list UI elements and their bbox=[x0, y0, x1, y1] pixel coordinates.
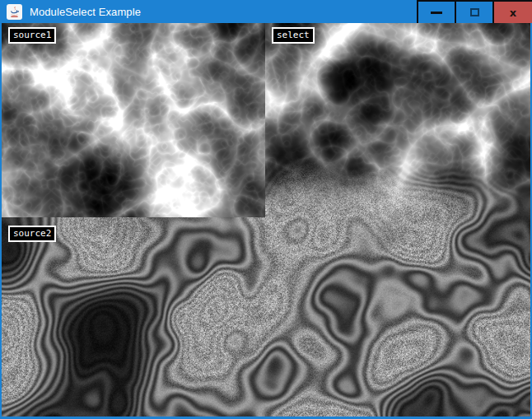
close-icon: x bbox=[510, 7, 516, 18]
minimize-button[interactable] bbox=[418, 0, 455, 23]
source2-label: source2 bbox=[8, 226, 56, 242]
select-label: select bbox=[272, 27, 315, 44]
minimize-icon bbox=[431, 12, 442, 14]
source1-label: source1 bbox=[8, 27, 56, 44]
window-controls: x bbox=[417, 0, 532, 23]
titlebar[interactable]: ModuleSelect Example x bbox=[0, 0, 532, 23]
maximize-button[interactable] bbox=[456, 0, 492, 23]
close-button[interactable]: x bbox=[494, 0, 532, 23]
java-coffee-cup-icon bbox=[7, 4, 22, 20]
window-title: ModuleSelect Example bbox=[30, 6, 141, 18]
maximize-icon bbox=[470, 8, 479, 16]
source1-inset-canvas bbox=[2, 23, 265, 217]
app-window: ModuleSelect Example x source1 select so… bbox=[0, 0, 532, 419]
noise-render-area: source1 select source2 bbox=[2, 23, 530, 417]
